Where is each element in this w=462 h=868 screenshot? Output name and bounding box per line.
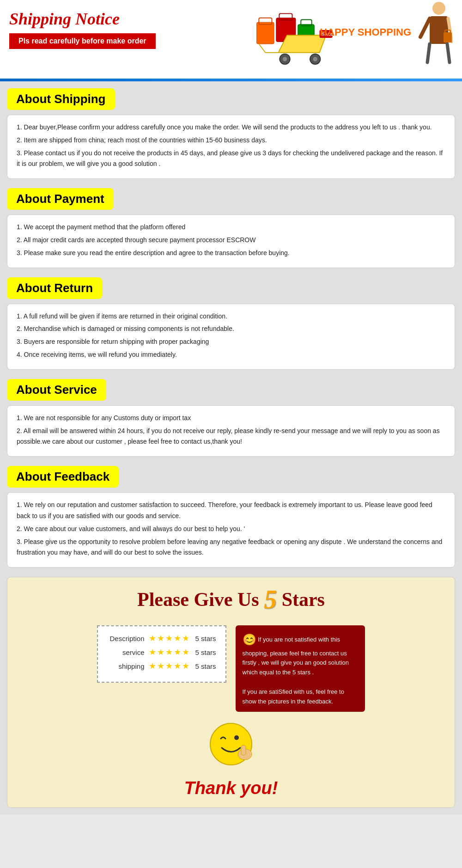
section-heading-return: About Return (7, 277, 102, 299)
stars-content: Description ★★★★★ 5 stars service ★★★★★ … (17, 625, 445, 712)
stars-title-prefix: Please Give Us (137, 589, 264, 610)
section-content-service: We are not responsible for any Customs d… (7, 405, 455, 457)
stars-count-service: 5 stars (195, 648, 216, 656)
thank-you-text: Thank you! (184, 778, 278, 798)
stars-label-description: Description (107, 635, 144, 642)
stars-count-shipping: 5 stars (195, 662, 216, 670)
section-heading-text-feedback: About Feedback (16, 470, 109, 483)
section-content-feedback: We rely on our reputation and customer s… (7, 492, 455, 568)
svg-line-10 (259, 44, 265, 53)
section-heading-shipping: About Shipping (7, 88, 115, 110)
list-item: Please make sure you read the entire des… (17, 248, 445, 259)
section-payment: About PaymentWe accept the payment metho… (5, 188, 457, 268)
list-item: All email will be answered within 24 hou… (17, 426, 445, 448)
section-content-shipping: Dear buyer,Please confirm your address c… (7, 115, 455, 179)
smiley-icon: 😊 (243, 631, 256, 648)
svg-line-15 (420, 18, 430, 37)
header: Shipping Notice Pls read carefully befor… (0, 0, 462, 79)
list-item: A full refund will be given if items are… (17, 311, 445, 322)
svg-rect-24 (241, 745, 246, 755)
svg-rect-0 (257, 22, 274, 44)
stars-icons-service: ★★★★★ (149, 647, 190, 657)
thumbs-up-icon (208, 721, 254, 776)
list-item: Buyers are responsible for return shippi… (17, 336, 445, 348)
section-heading-service: About Service (7, 379, 106, 401)
person-icon (416, 0, 453, 65)
section-content-payment: We accept the payment method that the pl… (7, 214, 455, 268)
happy-shopping-text: HAPPY SHOPPING (320, 26, 411, 38)
svg-line-20 (447, 44, 450, 62)
stars-icons-description: ★★★★★ (149, 633, 190, 643)
section-return: About ReturnA full refund will be given … (5, 277, 457, 370)
stars-count-description: 5 stars (195, 635, 216, 642)
stars-row-service: service ★★★★★ 5 stars (107, 647, 216, 657)
section-heading-text-payment: About Payment (16, 192, 104, 206)
list-item: Dear buyer,Please confirm your address c… (17, 122, 445, 133)
stars-section: Please Give Us 5 Stars Description ★★★★★… (7, 577, 455, 808)
list-item: Merchandise which is damaged or missing … (17, 324, 445, 335)
thank-you-area: Thank you! (17, 721, 445, 798)
section-content-return: A full refund will be given if items are… (7, 304, 455, 370)
list-item: Please contact us if you do not receive … (17, 148, 445, 170)
svg-point-22 (234, 735, 239, 740)
list-item: We care about our value customers, and w… (17, 524, 445, 535)
stars-icons-shipping: ★★★★★ (149, 661, 190, 671)
svg-line-19 (427, 44, 430, 62)
section-heading-text-return: About Return (16, 281, 93, 295)
stars-info-text-2: If you are satiSfied with us, feel free … (243, 687, 358, 707)
stars-label-service: service (107, 648, 144, 656)
list-item: Once receiving items, we will refund you… (17, 349, 445, 361)
list-item: We accept the payment method that the pl… (17, 222, 445, 233)
stars-label-shipping: shipping (107, 662, 144, 670)
section-heading-payment: About Payment (7, 188, 114, 210)
section-service: About ServiceWe are not responsible for … (5, 379, 457, 457)
section-feedback: About FeedbackWe rely on our reputation … (5, 466, 457, 568)
list-item: We are not responsible for any Customs d… (17, 413, 445, 424)
sections-container: About ShippingDear buyer,Please confirm … (5, 88, 457, 568)
header-subtitle: Pls read carefully before make order (9, 33, 156, 49)
stars-number: 5 (264, 585, 277, 614)
section-heading-text-service: About Service (16, 383, 97, 397)
list-item: Please give us the opportunity to resolv… (17, 537, 445, 559)
stars-row-description: Description ★★★★★ 5 stars (107, 633, 216, 643)
section-heading-feedback: About Feedback (7, 466, 119, 488)
list-item: We rely on our reputation and customer s… (17, 500, 445, 522)
section-shipping: About ShippingDear buyer,Please confirm … (5, 88, 457, 179)
list-item: Item are shipped from china; reach most … (17, 135, 445, 146)
svg-point-13 (432, 2, 445, 15)
section-heading-text-shipping: About Shipping (16, 92, 106, 106)
stars-title-suffix: Stars (277, 589, 325, 610)
svg-point-7 (283, 57, 287, 61)
stars-title: Please Give Us 5 Stars (17, 587, 445, 616)
header-image-area: SALE HAPPY SHOPPING (249, 0, 462, 79)
stars-info-box: 😊 If you are not satisfied with this sho… (236, 625, 365, 712)
svg-point-9 (313, 57, 317, 61)
stars-info-text-1: 😊 If you are not satisfied with this sho… (243, 631, 358, 678)
main-content: About ShippingDear buyer,Please confirm … (0, 81, 462, 815)
stars-table: Description ★★★★★ 5 stars service ★★★★★ … (97, 625, 226, 683)
stars-row-shipping: shipping ★★★★★ 5 stars (107, 661, 216, 671)
list-item: All major credit cards are accepted thro… (17, 235, 445, 246)
